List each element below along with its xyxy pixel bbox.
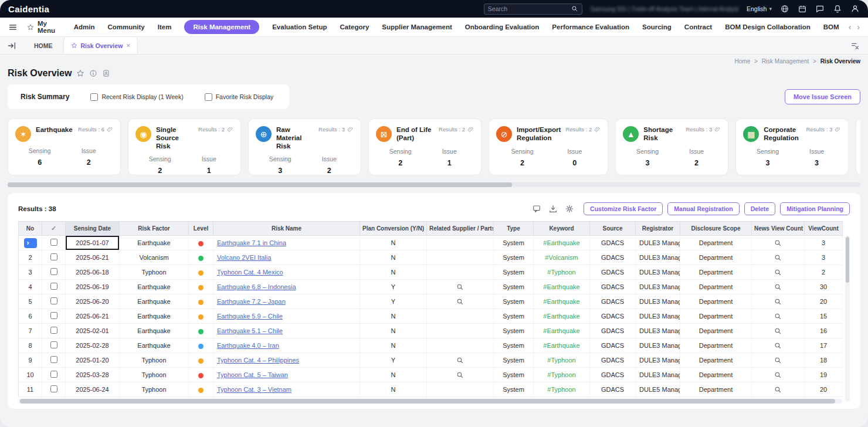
column-header-plan-conversion-y-n[interactable]: Plan Conversion (Y/N) bbox=[360, 222, 427, 236]
nav-item-admin[interactable]: Admin bbox=[74, 23, 95, 30]
nav-item-risk-management[interactable]: Risk Management bbox=[184, 20, 259, 34]
column-header-keyword[interactable]: Keyword bbox=[534, 222, 590, 236]
risk-name-link[interactable]: Volcano 2VEI Italia bbox=[217, 254, 271, 261]
column-header-level[interactable]: Level bbox=[189, 222, 213, 236]
column-header-type[interactable]: Type bbox=[494, 222, 534, 236]
cell-checkbox[interactable] bbox=[42, 236, 66, 250]
column-header-select[interactable]: ✓ bbox=[42, 222, 66, 236]
network-icon[interactable] bbox=[780, 4, 789, 13]
tab-risk-overview[interactable]: Risk Overview × bbox=[63, 37, 138, 54]
keyword-tag[interactable]: #Earthquake bbox=[543, 313, 579, 320]
notifications-bell-icon[interactable] bbox=[833, 4, 842, 13]
table-vertical-scrollbar[interactable] bbox=[845, 236, 850, 402]
hamburger-menu-icon[interactable] bbox=[8, 22, 18, 32]
table-row[interactable]: 72025-02-01EarthquakeEarthquake 5.1 – Ch… bbox=[19, 324, 843, 338]
nav-item-contract[interactable]: Contract bbox=[684, 23, 712, 30]
move-issue-screen-button[interactable]: Move Issue Screen bbox=[785, 89, 860, 104]
risk-name-link[interactable]: Typhoon Cat. 4 Mexico bbox=[217, 269, 283, 276]
news-view-search-icon[interactable] bbox=[774, 342, 782, 350]
column-header-risk-factor[interactable]: Risk Factor bbox=[120, 222, 189, 236]
row-checkbox[interactable] bbox=[50, 297, 57, 304]
row-checkbox[interactable] bbox=[50, 239, 57, 246]
cell-sensing-date[interactable]: 2025-02-01 bbox=[66, 324, 120, 338]
breadcrumb-home[interactable]: Home bbox=[735, 58, 751, 65]
table-vertical-scrollbar-thumb[interactable] bbox=[846, 237, 849, 283]
customize-risk-factor-button[interactable]: Customize Risk Factor bbox=[584, 202, 663, 215]
table-row[interactable]: 52025-06-20EarthquakeEarthquake 7.2 – Ja… bbox=[19, 294, 843, 309]
risk-name-link[interactable]: Typhoon Cat. 3 – Vietnam bbox=[217, 386, 291, 393]
table-row[interactable]: 62025-06-21EarthquakeEarthquake 5.9 – Ch… bbox=[19, 309, 843, 324]
risk-card-results[interactable]: Results : 3 bbox=[806, 126, 841, 133]
risk-card-raw-material-risk[interactable]: ⊕Raw Material RiskResults : 3Sensing3Iss… bbox=[248, 118, 361, 175]
keyword-tag[interactable]: #Typhoon bbox=[547, 269, 575, 276]
breadcrumb-risk-management[interactable]: Risk Management bbox=[762, 58, 809, 65]
nav-item-item[interactable]: Item bbox=[158, 23, 172, 30]
column-header-viewcount[interactable]: ViewCount bbox=[805, 222, 843, 236]
risk-card-single-source-risk[interactable]: ◉Single Source RiskResults : 2Sensing2Is… bbox=[128, 118, 241, 175]
cell-checkbox[interactable] bbox=[42, 382, 66, 397]
row-checkbox[interactable] bbox=[50, 371, 57, 378]
related-supplier-search-icon[interactable] bbox=[456, 357, 464, 364]
risk-name-link[interactable]: Earthquake 6.8 – Indonesia bbox=[217, 283, 296, 290]
info-icon[interactable] bbox=[89, 69, 97, 77]
risk-name-link[interactable]: Typhoon Cat. 5 – Taiwan bbox=[217, 371, 288, 378]
search-input[interactable] bbox=[488, 5, 568, 12]
risk-name-link[interactable]: Earthquake 7.2 – Japan bbox=[217, 298, 286, 305]
recent-risk-checkbox[interactable]: Recent Risk Display (1 Week) bbox=[90, 93, 183, 101]
cell-sensing-date[interactable]: 2025-02-28 bbox=[66, 338, 120, 353]
cell-checkbox[interactable] bbox=[42, 368, 66, 382]
related-supplier-search-icon[interactable] bbox=[456, 298, 464, 306]
news-view-search-icon[interactable] bbox=[774, 371, 782, 379]
row-checkbox[interactable] bbox=[50, 356, 57, 363]
news-view-search-icon[interactable] bbox=[774, 327, 782, 335]
row-checkbox[interactable] bbox=[50, 268, 57, 275]
table-row[interactable]: ›2025-01-07EarthquakeEarthquake 7.1 in C… bbox=[19, 236, 843, 250]
keyword-tag[interactable]: #Volcanism bbox=[545, 254, 578, 261]
risk-card-import-export-regulation[interactable]: ⊘Import/Export RegulationResults : 2Sens… bbox=[489, 118, 608, 175]
table-row[interactable]: 22025-06-21VolcanismVolcano 2VEI ItaliaN… bbox=[19, 250, 843, 265]
row-checkbox[interactable] bbox=[50, 312, 57, 319]
cell-checkbox[interactable] bbox=[42, 250, 66, 265]
cell-sensing-date[interactable]: 2025-06-19 bbox=[66, 280, 120, 294]
settings-gear-icon[interactable] bbox=[565, 204, 574, 214]
news-view-search-icon[interactable] bbox=[774, 283, 782, 291]
risk-card-shortage-risk[interactable]: ▲Shortage RiskResults : 3Sensing3Issue2 bbox=[615, 118, 728, 175]
column-header-source[interactable]: Source bbox=[590, 222, 636, 236]
column-header-related-supplier-parts[interactable]: Related Supplier / Parts bbox=[427, 222, 494, 236]
favorite-star-icon[interactable] bbox=[76, 69, 84, 77]
cell-sensing-date[interactable]: 2025-01-07 bbox=[66, 236, 120, 250]
favorite-risk-checkbox[interactable]: Favorite Risk Display bbox=[205, 93, 274, 101]
row-checkbox[interactable] bbox=[50, 283, 57, 290]
risk-name-link[interactable]: Earthquake 5.9 – Chile bbox=[217, 313, 283, 320]
cell-checkbox[interactable] bbox=[42, 265, 66, 280]
row-checkbox[interactable] bbox=[50, 341, 57, 348]
comment-icon[interactable] bbox=[532, 204, 541, 214]
table-horizontal-scrollbar[interactable] bbox=[18, 399, 842, 404]
tab-close-icon[interactable]: × bbox=[126, 42, 130, 50]
keyword-tag[interactable]: #Typhoon bbox=[547, 371, 575, 378]
risk-card-corporate-regulation[interactable]: ▦Corporate RegulationResults : 3Sensing3… bbox=[735, 118, 849, 175]
attachment-link-icon[interactable] bbox=[714, 126, 721, 133]
row-checkbox[interactable] bbox=[50, 385, 57, 392]
risk-card-end-of-life-part[interactable]: ⊠End of Life (Part)Results : 2Sensing2Is… bbox=[368, 118, 482, 175]
related-supplier-search-icon[interactable] bbox=[456, 283, 464, 291]
language-selector[interactable]: English ▾ bbox=[747, 5, 772, 12]
news-view-search-icon[interactable] bbox=[774, 313, 782, 320]
tab-home[interactable]: HOME bbox=[23, 37, 63, 54]
nav-item-performance-evaluation[interactable]: Performance Evaluation bbox=[552, 23, 629, 30]
calendar-icon[interactable] bbox=[798, 4, 807, 13]
cards-horizontal-scrollbar[interactable] bbox=[8, 182, 860, 187]
nav-item-evaluation-setup[interactable]: Evaluation Setup bbox=[272, 23, 327, 30]
search-icon[interactable] bbox=[571, 5, 578, 12]
collapse-panel-icon[interactable] bbox=[7, 41, 16, 50]
nav-item-bom-design-collaboration[interactable]: BOM Design Collaboration bbox=[725, 23, 811, 30]
recent-risk-checkbox-input[interactable] bbox=[90, 93, 98, 101]
keyword-tag[interactable]: #Typhoon bbox=[547, 386, 575, 393]
news-view-search-icon[interactable] bbox=[774, 298, 782, 306]
risk-card-results[interactable]: Results : 2 bbox=[565, 126, 601, 133]
cell-checkbox[interactable] bbox=[42, 353, 66, 368]
profile-card-icon[interactable] bbox=[102, 69, 110, 77]
keyword-tag[interactable]: #Earthquake bbox=[543, 327, 579, 334]
global-search[interactable] bbox=[484, 4, 582, 15]
table-row[interactable]: 112025-06-24TyphoonTyphoon Cat. 3 – Viet… bbox=[19, 382, 843, 397]
